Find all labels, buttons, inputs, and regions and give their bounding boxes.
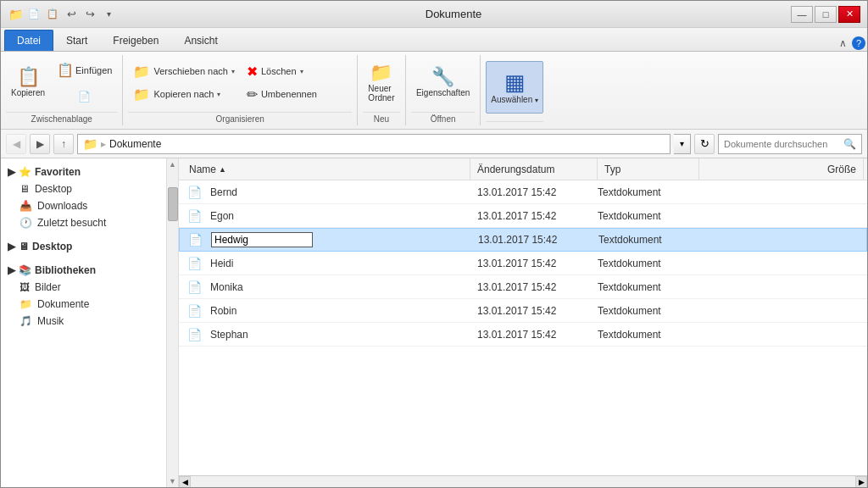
h-scroll-right[interactable]: ▶ bbox=[855, 476, 867, 488]
file-date: 13.01.2017 15:42 bbox=[470, 186, 598, 198]
tab-datei[interactable]: Datei bbox=[4, 30, 53, 51]
scroll-down-arrow[interactable]: ▼ bbox=[167, 475, 178, 487]
path-dropdown[interactable]: ▾ bbox=[674, 134, 691, 154]
file-icon: 📄 bbox=[188, 233, 203, 247]
tab-freigeben[interactable]: Freigeben bbox=[100, 30, 171, 51]
loeschen-button[interactable]: ✖ Löschen ▾ bbox=[242, 61, 352, 82]
open-label: Öffnen bbox=[411, 112, 475, 125]
scroll-thumb[interactable] bbox=[168, 187, 178, 221]
desktop2-expand-icon: ▶ bbox=[8, 241, 15, 252]
minimize-button[interactable]: — bbox=[791, 6, 813, 23]
col-header-type[interactable]: Typ bbox=[598, 158, 699, 180]
h-scroll-left[interactable]: ◀ bbox=[179, 476, 191, 488]
address-bar: ◀ ▶ ↑ 📁 ▸ Dokumente ▾ ↻ 🔍 bbox=[1, 130, 867, 158]
table-row[interactable]: 📄 13.01.2017 15:42 Textdokument bbox=[179, 228, 867, 252]
refresh-button[interactable]: ↻ bbox=[694, 134, 715, 154]
organise-buttons: 📁 Verschieben nach ▾ 📁 Kopieren nach ▾ ✖… bbox=[128, 55, 351, 110]
sidebar-header-desktop[interactable]: ▶ 🖥 Desktop bbox=[1, 238, 166, 255]
undo-icon[interactable]: ↩ bbox=[64, 7, 79, 22]
title-bar-icons: 📁 📄 📋 ↩ ↪ ▾ bbox=[8, 7, 116, 22]
address-path[interactable]: 📁 ▸ Dokumente bbox=[77, 134, 670, 154]
file-date: 13.01.2017 15:42 bbox=[470, 305, 598, 317]
musik-label: Musik bbox=[37, 315, 64, 327]
main-content: ▶ ⭐ Favoriten 🖥 Desktop 📥 Downloads bbox=[1, 158, 867, 487]
path-text: Dokumente bbox=[109, 138, 161, 150]
verschieben-button[interactable]: 📁 Verschieben nach ▾ bbox=[128, 61, 239, 82]
file-type: Textdokument bbox=[598, 281, 699, 293]
sidebar-section-desktop: ▶ 🖥 Desktop bbox=[1, 238, 166, 255]
clipboard-buttons: 📋 Kopieren 📋 Einfügen 📄 bbox=[6, 55, 117, 110]
path-folder-icon: 📁 bbox=[83, 137, 97, 151]
auswaehlen-button[interactable]: ▦ Auswählen ▾ bbox=[486, 61, 543, 114]
sidebar-item-downloads[interactable]: 📥 Downloads bbox=[1, 197, 166, 214]
einfuegen-icon: 📋 bbox=[57, 62, 74, 78]
forward-button[interactable]: ▶ bbox=[30, 134, 50, 154]
kopieren-button[interactable]: 📋 Kopieren bbox=[6, 57, 50, 109]
file-rename-input[interactable] bbox=[211, 232, 313, 247]
back-button[interactable]: ◀ bbox=[6, 134, 26, 154]
table-row[interactable]: 📄 Monika 13.01.2017 15:42 Textdokument bbox=[179, 275, 867, 299]
sidebar-item-dokumente[interactable]: 📁 Dokumente bbox=[1, 296, 166, 313]
file-type: Textdokument bbox=[598, 305, 699, 317]
sidebar-header-bibliotheken[interactable]: ▶ 📚 Bibliotheken bbox=[1, 262, 166, 279]
file-list-container: Name ▲ Änderungsdatum Typ Größe 📄 bbox=[179, 158, 867, 487]
close-button[interactable]: ✕ bbox=[838, 6, 860, 23]
sidebar-section-bibliotheken: ▶ 📚 Bibliotheken 🖼 Bilder 📁 Dokumente bbox=[1, 262, 166, 330]
table-row[interactable]: 📄 Stephan 13.01.2017 15:42 Textdokument bbox=[179, 323, 867, 347]
search-input[interactable] bbox=[724, 139, 840, 149]
help-icon[interactable]: ? bbox=[852, 36, 865, 50]
umbenennen-label: Umbenennen bbox=[261, 89, 317, 99]
tab-ansicht[interactable]: Ansicht bbox=[171, 30, 230, 51]
ribbon-group-select: ▦ Auswählen ▾ bbox=[481, 55, 548, 125]
sidebar-item-bilder[interactable]: 🖼 Bilder bbox=[1, 279, 166, 296]
col-header-size[interactable]: Größe bbox=[699, 158, 864, 180]
col-header-date[interactable]: Änderungsdatum bbox=[470, 158, 598, 180]
col-header-name[interactable]: Name ▲ bbox=[182, 158, 470, 180]
file-type: Textdokument bbox=[598, 234, 700, 246]
downloads-icon: 📥 bbox=[19, 200, 32, 212]
sidebar-item-musik[interactable]: 🎵 Musik bbox=[1, 313, 166, 330]
file-icon: 📄 bbox=[187, 328, 202, 341]
collapse-icon[interactable]: ∧ bbox=[835, 36, 850, 51]
file-name-monika: 📄 Monika bbox=[182, 280, 470, 294]
favoriten-star-icon: ⭐ bbox=[19, 166, 31, 178]
up-button[interactable]: ↑ bbox=[53, 134, 74, 154]
file-icon: 📄 bbox=[187, 304, 202, 318]
dropdown-icon[interactable]: ▾ bbox=[101, 7, 116, 22]
einfuegen-label: Einfügen bbox=[75, 65, 112, 75]
einfuegen-button[interactable]: 📋 Einfügen bbox=[52, 58, 117, 83]
bilder-icon: 🖼 bbox=[19, 281, 30, 293]
kopieren-nach-button[interactable]: 📁 Kopieren nach ▾ bbox=[128, 84, 239, 105]
extra-btn[interactable]: 📄 bbox=[52, 85, 117, 108]
file-icon: 📄 bbox=[187, 209, 202, 223]
file-name-bernd: 📄 Bernd bbox=[182, 186, 470, 199]
sidebar-header-favoriten[interactable]: ▶ ⭐ Favoriten bbox=[1, 164, 166, 180]
table-row[interactable]: 📄 Robin 13.01.2017 15:42 Textdokument bbox=[179, 299, 867, 323]
file-type: Textdokument bbox=[598, 186, 699, 198]
search-box[interactable]: 🔍 bbox=[718, 134, 862, 154]
maximize-button[interactable]: □ bbox=[815, 6, 837, 23]
dokumente-label: Dokumente bbox=[37, 298, 89, 310]
table-row[interactable]: 📄 Bernd 13.01.2017 15:42 Textdokument bbox=[179, 180, 867, 204]
ribbon-group-new: 📁 NeuerOrdner Neu bbox=[358, 55, 406, 125]
col-size-label: Größe bbox=[827, 164, 856, 175]
sidebar-item-desktop[interactable]: 🖥 Desktop bbox=[1, 180, 166, 197]
redo-icon[interactable]: ↪ bbox=[82, 7, 97, 22]
desktop2-label: Desktop bbox=[32, 241, 72, 252]
kopieren-nach-icon: 📁 bbox=[133, 86, 150, 103]
tab-start[interactable]: Start bbox=[53, 30, 100, 51]
table-row[interactable]: 📄 Heidi 13.01.2017 15:42 Textdokument bbox=[179, 252, 867, 275]
horizontal-scrollbar[interactable]: ◀ ▶ bbox=[179, 475, 867, 487]
table-row[interactable]: 📄 Egon 13.01.2017 15:42 Textdokument bbox=[179, 204, 867, 228]
clipboard-label: Zwischenablage bbox=[6, 112, 117, 125]
eigenschaften-button[interactable]: 🔧 Eigenschaften bbox=[411, 57, 475, 109]
umbenennen-button[interactable]: ✏ Umbenennen bbox=[242, 84, 352, 105]
neuer-ordner-button[interactable]: 📁 NeuerOrdner bbox=[363, 57, 400, 109]
sidebar-item-zuletzt[interactable]: 🕐 Zuletzt besucht bbox=[1, 214, 166, 231]
scroll-up-arrow[interactable]: ▲ bbox=[167, 158, 178, 170]
file-name-stephan: 📄 Stephan bbox=[182, 328, 470, 341]
verschieben-icon: 📁 bbox=[133, 64, 150, 80]
file-icon: 📄 bbox=[187, 280, 202, 294]
file-name-hedwig: 📄 bbox=[183, 232, 471, 247]
eigenschaften-label: Eigenschaften bbox=[416, 88, 470, 97]
